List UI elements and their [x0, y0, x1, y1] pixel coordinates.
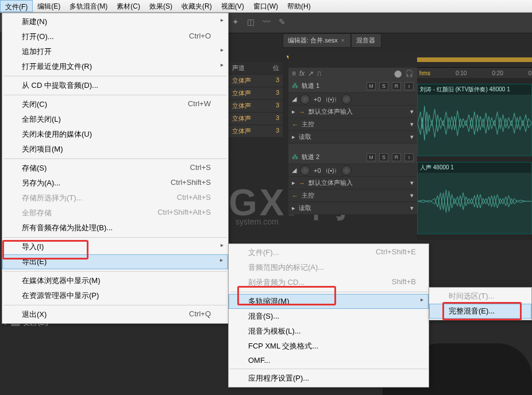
monitor-button[interactable]: ι: [404, 153, 414, 161]
menubar-edit[interactable]: 编辑(E): [33, 0, 65, 12]
menu-save-batch[interactable]: 所有音频存储为批处理(B)...: [2, 220, 228, 235]
menubar-file[interactable]: 文件(F): [0, 0, 33, 12]
track-read-row[interactable]: ▸ 读取 ▾: [288, 202, 417, 215]
chan-col-bit: 位: [273, 64, 279, 72]
submenu-app-settings[interactable]: 应用程序设置(P)...: [229, 371, 429, 386]
heal-icon[interactable]: 〰: [263, 17, 271, 26]
close-icon[interactable]: ×: [341, 37, 345, 44]
table-row[interactable]: 立体声3: [229, 113, 283, 125]
menu-new[interactable]: 新建(N): [2, 14, 228, 29]
solo-button[interactable]: S: [379, 153, 388, 161]
submenu-burn-cd: 刻录音频为 CD...Shift+B: [229, 275, 429, 290]
track-header[interactable]: ⁂ 轨道 2 M S R ι: [288, 150, 417, 164]
menubar-effects[interactable]: 效果(S): [145, 0, 177, 12]
menubar: 文件(F) 编辑(E) 多轨混音(M) 素材(C) 效果(S) 收藏夹(R) 视…: [0, 0, 532, 13]
pan-knob[interactable]: [341, 165, 352, 176]
menu-save-as[interactable]: 另存为(A)...Ctrl+Shift+S: [2, 176, 228, 191]
track-bus-row[interactable]: ← 主控 ▾: [288, 118, 417, 131]
fx-inspector-icon[interactable]: ≡: [292, 69, 296, 78]
menu-reveal-explorer[interactable]: 在资源管理器中显示(P): [2, 288, 228, 303]
send-icon[interactable]: ↗: [308, 69, 314, 78]
table-row[interactable]: 立体声3: [229, 87, 283, 100]
menu-exit[interactable]: 退出(X)Ctrl+Q: [2, 307, 228, 322]
channel-table: 声道 位 立体声3 立体声3 立体声3 立体声3 立体声3: [229, 62, 283, 138]
menu-open-recent[interactable]: 打开最近使用文件(R): [2, 59, 228, 74]
track-name: 轨道 1: [302, 82, 319, 90]
track-bus-row[interactable]: ← 主控 ▾: [288, 189, 417, 202]
menu-extract-cd[interactable]: 从 CD 中提取音频(D)...: [2, 78, 228, 93]
submenu-multitrack-mixdown[interactable]: 多轨缩混(M): [229, 294, 429, 309]
menu-separator: [230, 292, 427, 292]
menubar-multitrack[interactable]: 多轨混音(M): [65, 0, 112, 12]
solo-button[interactable]: S: [379, 82, 388, 90]
menu-open-append[interactable]: 追加打开: [2, 44, 228, 59]
dropdown-icon[interactable]: ▾: [410, 121, 414, 128]
chevron-right-icon: ▸: [292, 108, 295, 115]
record-button[interactable]: R: [392, 82, 401, 90]
menubar-help[interactable]: 帮助(H): [283, 0, 315, 12]
menubar-clip[interactable]: 素材(C): [112, 0, 145, 12]
export-submenu: 文件(F)...Ctrl+Shift+E 音频范围内的标记(A)... 刻录音频…: [228, 243, 429, 388]
menu-reveal-media-browser[interactable]: 在媒体浏览器中显示(M): [2, 273, 228, 288]
menu-close-all[interactable]: 全部关闭(L): [2, 112, 228, 127]
track-read-row[interactable]: ▸ 读取 ▾: [288, 131, 417, 144]
table-row[interactable]: 立体声3: [229, 100, 283, 113]
pan-knob[interactable]: [341, 94, 352, 104]
track-input-row[interactable]: ▸ → 默认立体声输入 ▾: [288, 177, 417, 189]
brush-icon[interactable]: ✎: [279, 17, 286, 26]
gain-knob[interactable]: [300, 94, 310, 104]
mute-button[interactable]: M: [367, 82, 376, 90]
wave-icon: ⁂: [292, 82, 298, 90]
audio-clip[interactable]: 刘涛 - 红颜旧 (KTV版伴奏) 48000 1: [417, 84, 532, 156]
track-name: 轨道 2: [302, 153, 319, 161]
mixdown-submenu: 时间选区(T)... 完整混音(E)...: [429, 287, 532, 320]
marquee-icon[interactable]: ◫: [247, 17, 255, 26]
track-input-row[interactable]: ▸ → 默认立体声输入 ▾: [288, 106, 417, 118]
submenu-mixdown[interactable]: 混音(S)...: [229, 309, 429, 324]
fx-icon[interactable]: fx: [299, 69, 304, 78]
menu-close[interactable]: 关闭(C)Ctrl+W: [2, 97, 228, 112]
ruler-unit: hms: [419, 70, 430, 76]
monitor-button[interactable]: ι: [404, 82, 414, 90]
pan-icon: ⟮(•)⟯: [325, 167, 338, 174]
record-button[interactable]: R: [392, 153, 401, 161]
menubar-window[interactable]: 窗口(W): [249, 0, 283, 12]
gain-knob[interactable]: [300, 165, 310, 176]
tab-mixer[interactable]: 混音器: [351, 33, 381, 48]
audio-clip[interactable]: 人声 48000 1: [417, 162, 532, 234]
track-bus: 主控: [302, 120, 314, 129]
mic-icon[interactable]: ⬤: [394, 69, 402, 78]
submenu-fcp-xml[interactable]: FCP XML 交换格式...: [229, 339, 429, 354]
menubar-favorites[interactable]: 收藏夹(R): [177, 0, 217, 12]
headphone-icon[interactable]: 🎧: [405, 69, 414, 78]
dropdown-icon[interactable]: ▾: [410, 192, 414, 199]
volume-icon[interactable]: ◢: [292, 95, 296, 103]
mute-button[interactable]: M: [367, 153, 376, 161]
dropdown-icon[interactable]: ▾: [410, 179, 414, 187]
track-fx-row: ≡ fx ↗ ⎍ ⬤ 🎧: [288, 68, 417, 79]
menu-export[interactable]: 导出(E): [2, 254, 228, 269]
menu-open[interactable]: 打开(O)...Ctrl+O: [2, 29, 228, 44]
menu-save[interactable]: 存储(S)Ctrl+S: [2, 161, 228, 176]
eq-icon[interactable]: ⎍: [317, 69, 321, 78]
menu-close-project[interactable]: 关闭项目(M): [2, 142, 228, 157]
track-read: 读取: [299, 133, 311, 141]
menu-import[interactable]: 导入(I): [2, 239, 228, 254]
chevron-right-icon: ▸: [292, 133, 295, 141]
cursor-icon[interactable]: ✦: [232, 17, 239, 26]
ruler-tick: 0:10: [456, 70, 467, 76]
menubar-view[interactable]: 视图(V): [217, 0, 249, 12]
dropdown-icon[interactable]: ▾: [410, 133, 414, 141]
table-row[interactable]: 立体声3: [229, 75, 283, 87]
dropdown-icon[interactable]: ▾: [410, 108, 414, 115]
tab-editor[interactable]: 编辑器: 合并.sesx ×: [283, 33, 351, 48]
submenu-mixdown-template[interactable]: 混音为模板(L)...: [229, 324, 429, 339]
submenu-omf[interactable]: OMF...: [229, 354, 429, 367]
table-row[interactable]: 立体声3: [229, 125, 283, 138]
mixdown-entire-mix[interactable]: 完整混音(E)...: [429, 304, 531, 319]
track-header[interactable]: ⁂ 轨道 1 M S R ι: [288, 79, 417, 93]
volume-icon[interactable]: ◢: [292, 166, 296, 174]
dropdown-icon[interactable]: ▾: [410, 204, 414, 212]
time-ruler[interactable]: hms 0:10 0:20 0:3: [417, 68, 532, 78]
menu-close-unused[interactable]: 关闭未使用的媒体(U): [2, 127, 228, 142]
